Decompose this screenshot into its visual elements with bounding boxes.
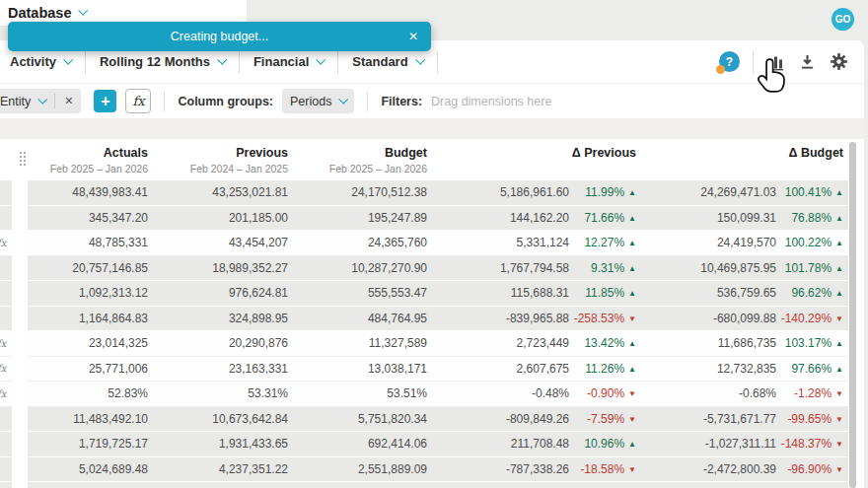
filters-label: Filters: [381,95,422,108]
dropdown-activity[interactable]: Activity [8,54,85,69]
gear-icon[interactable] [830,52,848,71]
add-dimension-button[interactable]: + [94,90,116,112]
row-header-strip [0,281,12,307]
cell-delta-budget: 12,732,835 [636,357,776,382]
cell-previous: 201,185.00 [148,206,288,231]
cell-delta-previous-percent: 12.27%▲ [569,231,636,255]
row-gap [12,382,28,407]
cell-budget: 10,287,270.90 [288,256,427,281]
row-gap [12,432,28,457]
trend-icon: ▼ [628,389,636,398]
table-row[interactable]: fx 25,771,006 23,163,331 13,038,171 2,60… [0,357,864,383]
column-header-previous: Previous Feb 2024 – Jan 2025 [148,146,288,174]
database-menu[interactable]: Database [8,5,86,21]
table-row[interactable]: 345,347.20 201,185.00 195,247.89 144,162… [0,206,864,232]
toast-message: Creating budget... [171,30,268,43]
trend-icon: ▼ [835,465,843,474]
dropdown-standard[interactable]: Standard [338,54,436,69]
formula-indicator-icon: fx [0,388,6,399]
cell-delta-previous-percent: -0.90%▼ [569,382,636,406]
plus-icon: + [101,93,109,110]
cell-budget: 24,365,760 [288,231,427,255]
main-panel: Activity Rolling 12 Months Financial Sta… [0,40,864,488]
help-icon[interactable]: ? [719,51,740,72]
user-avatar[interactable]: GO [832,8,854,31]
vertical-scrollbar[interactable] [849,142,856,488]
toast-notification: Creating budget... ✕ [8,22,431,51]
trend-icon: ▲ [835,365,843,374]
cell-actuals: 20,757,146.85 [28,256,148,281]
cell-previous: 18,989,352.27 [148,256,288,281]
table-row[interactable]: 20,757,146.85 18,989,352.27 10,287,270.9… [0,256,864,282]
column-groups-dropdown[interactable]: Periods [282,89,354,113]
table-row[interactable]: fx 23,014,325 20,290,876 11,327,589 2,72… [0,331,864,357]
remove-entity-icon[interactable]: ✕ [64,95,73,107]
trend-icon: ▲ [835,188,843,197]
row-gap [12,256,28,282]
entity-dimension-chip[interactable]: Entity ✕ [0,89,81,113]
cell-delta-previous: -809,849.26 [427,407,569,432]
trend-icon: ▲ [835,239,843,247]
trend-icon: ▲ [835,289,843,298]
column-header-actuals: Actuals Feb 2025 – Jan 2026 [28,146,148,174]
table-row[interactable]: 1,092,313.12 976,624.81 555,553.47 115,6… [0,281,864,307]
cell-delta-budget: 24,419,570 [636,231,776,255]
cell-previous: 53.31% [148,382,288,406]
bar-chart-icon[interactable] [766,52,785,71]
row-gap [12,180,28,206]
cell-delta-previous-percent: 71.66%▲ [569,206,636,231]
cell-delta-previous-percent: 11.99%▲ [569,180,636,205]
cell-actuals: 48,785,331 [28,231,148,255]
table-row[interactable]: 1,164,864.83 324,898.95 484,764.95 -839,… [0,307,864,332]
table-row[interactable]: fx 52.83% 53.31% 53.51% -0.48% -0.90%▼ -… [0,382,864,407]
cell-delta-budget: -0.68% [636,382,776,406]
cell-delta-budget-percent: 97.66%▲ [776,357,843,382]
cell-delta-previous-percent: 11.26%▲ [569,357,636,382]
avatar-initials: GO [835,14,851,25]
cell-previous: 1,931,433.65 [148,432,288,456]
cell-previous: 10,673,642.84 [148,407,288,432]
table-row[interactable]: 1,719,725.17 1,931,433.65 692,414.06 211… [0,432,864,457]
cell-budget: 5,751,820.34 [288,407,427,432]
toolbar-divider [367,92,368,111]
dropdown-financial[interactable]: Financial [240,54,337,69]
cell-previous: 23,163,331 [148,357,288,382]
column-header-delta-previous: Δ Previous [427,146,636,174]
table-row[interactable]: 48,439,983.41 43,253,021.81 24,170,512.3… [0,180,864,206]
formula-button[interactable]: fx [125,89,151,113]
row-header-strip [0,407,12,433]
cell-delta-previous: -839,965.88 [427,307,569,331]
cell-delta-budget: 10,469,875.95 [636,256,776,281]
column-header-budget: Budget Feb 2025 – Jan 2026 [288,146,427,174]
row-gap [12,357,28,383]
row-header-strip [0,307,12,332]
table-row[interactable]: 11,483,492.10 10,673,642.84 5,751,820.34… [0,407,864,433]
table-body: 48,439,983.41 43,253,021.81 24,170,512.3… [0,178,864,482]
cell-delta-budget-percent: 96.62%▲ [776,281,843,306]
cell-actuals: 25,771,006 [28,357,148,382]
trend-icon: ▼ [835,415,843,424]
trend-icon: ▲ [628,188,636,197]
table-row[interactable]: fx 48,785,331 43,454,207 24,365,760 5,33… [0,231,864,256]
cell-delta-budget-percent: -99.65%▼ [776,407,843,432]
cell-delta-previous: 1,767,794.58 [427,256,569,281]
download-icon[interactable] [798,52,817,71]
table-row[interactable]: 5,024,689.48 4,237,351.22 2,551,889.09 -… [0,457,864,483]
row-gap [12,206,28,232]
dropdown-rolling-12-months[interactable]: Rolling 12 Months [86,54,239,69]
dropdown-activity-label: Activity [10,54,56,69]
close-icon[interactable]: ✕ [408,30,418,43]
cell-delta-budget: -2,472,800.39 [636,457,776,482]
cell-delta-budget-percent: -1.28%▼ [776,382,843,406]
cell-actuals: 5,024,689.48 [28,457,148,482]
drag-handle-icon[interactable] [20,152,27,167]
cell-delta-previous-percent: -18.58%▼ [569,457,636,482]
cell-actuals: 1,719,725.17 [28,432,148,456]
column-groups-label: Column groups: [178,95,273,108]
cell-delta-budget-percent: -140.29%▼ [776,307,843,331]
dropdown-financial-label: Financial [253,54,309,69]
toolbar-icon-group: ? [719,50,848,74]
filters-drop-zone[interactable]: Drag dimensions here [431,95,551,108]
cell-delta-previous-percent: 10.96%▲ [569,432,636,456]
chip-divider [54,94,55,108]
